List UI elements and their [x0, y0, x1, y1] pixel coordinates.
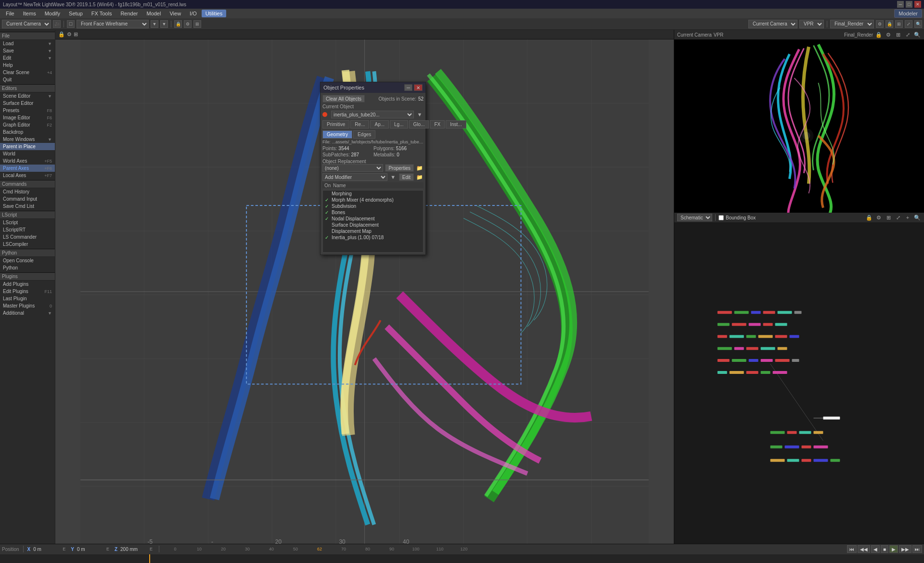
sidebar-ls-commander[interactable]: LS Commander — [0, 233, 55, 241]
render-viewport[interactable]: Current Camera VPR Final_Render 🔒 ⚙ ⊞ ⤢ … — [674, 30, 924, 213]
tab-fx[interactable]: FX — [430, 120, 445, 128]
schematic-select[interactable]: Schematic — [677, 214, 712, 221]
schematic-add-icon[interactable]: + — [904, 214, 911, 221]
sidebar-additional[interactable]: Additional ▼ — [0, 309, 55, 317]
sidebar-scene-editor[interactable]: Scene Editor ▼ — [0, 92, 55, 100]
sidebar-world[interactable]: World — [0, 150, 55, 157]
viewport-settings-btn[interactable]: ⚙ — [67, 31, 72, 38]
right-search-icon[interactable]: 🔍 — [914, 20, 922, 28]
modifier-row-surface-displacement[interactable]: Surface Displacement — [323, 222, 423, 228]
right-settings-icon[interactable]: ⚙ — [876, 20, 884, 28]
stop-btn[interactable]: ■ — [881, 545, 888, 553]
sidebar-add-plugins[interactable]: Add Plugins — [0, 281, 55, 288]
schematic-settings-icon[interactable]: ⚙ — [875, 214, 883, 221]
timeline-track-area[interactable] — [0, 554, 924, 563]
sidebar-save[interactable]: Save ▼ — [0, 47, 55, 54]
sidebar-edit[interactable]: Edit ▼ — [0, 54, 55, 62]
tab-geometry[interactable]: Geometry — [322, 130, 352, 139]
modifier-options-icon[interactable]: 📁 — [416, 173, 424, 181]
menu-setup[interactable]: Setup — [65, 10, 87, 17]
modifier-row-inertia-plus[interactable]: ✓ Inertia_plus (1.00) 07/18 — [323, 234, 423, 241]
sidebar-backdrop[interactable]: Backdrop — [0, 128, 55, 136]
modifier-row-nodal-displacement[interactable]: ✓ Nodal Displacement — [323, 216, 423, 222]
tab-lg[interactable]: Lg... — [390, 120, 408, 128]
render-search-icon[interactable]: 🔍 — [913, 31, 921, 38]
sidebar-parent-axes[interactable]: Parent Axes +F6 — [0, 165, 55, 172]
z-e-btn[interactable]: E — [147, 545, 155, 553]
jump-start-btn[interactable]: ⏮ — [847, 545, 857, 553]
sidebar-quit[interactable]: Quit — [0, 76, 55, 83]
sidebar-master-plugins[interactable]: Master Plugins 0 — [0, 302, 55, 309]
clear-all-objects-btn[interactable]: Clear All Objects — [322, 95, 365, 102]
vpr-select[interactable]: VPR — [799, 20, 824, 28]
tab-glo[interactable]: Glo... — [409, 120, 429, 128]
tab-re[interactable]: Re... — [350, 120, 369, 128]
object-select-arrow[interactable]: ▼ — [416, 111, 424, 118]
render-settings-icon[interactable]: ⚙ — [885, 31, 892, 38]
menu-fxtools[interactable]: FX Tools — [88, 10, 116, 17]
viewport-grid-btn[interactable]: ⊞ — [74, 31, 78, 38]
sidebar-clear-scene[interactable]: Clear Scene +4 — [0, 69, 55, 76]
grid-icon[interactable]: ⊞ — [193, 20, 201, 28]
maximize-btn[interactable]: □ — [906, 1, 912, 8]
modifier-row-morphing[interactable]: Morphing — [323, 191, 423, 197]
x-e-btn[interactable]: E — [60, 545, 68, 553]
render-select[interactable]: Final_Render — [830, 20, 874, 28]
sidebar-lscompiler[interactable]: LSCompiler — [0, 241, 55, 248]
menu-utilities[interactable]: Utilities — [202, 10, 226, 17]
dialog-close-btn[interactable]: ✕ — [414, 84, 423, 91]
tab-edges[interactable]: Edges — [353, 130, 375, 139]
sidebar-image-editor[interactable]: Image Editor F6 — [0, 114, 55, 121]
edit-modifier-btn[interactable]: Edit — [399, 173, 414, 181]
viewport-lock-icon[interactable]: 🔒 — [58, 31, 65, 38]
schematic-view-icon[interactable]: ⊞ — [885, 214, 892, 221]
sidebar-open-console[interactable]: Open Console — [0, 257, 55, 264]
camera-icon[interactable]: 🎥 — [53, 20, 61, 28]
right-expand-icon[interactable]: ⤢ — [905, 20, 912, 28]
render-grid-icon[interactable]: ⊞ — [894, 31, 902, 38]
sidebar-lscript[interactable]: LScript — [0, 219, 55, 226]
sidebar-lscript-rt[interactable]: LScript/RT — [0, 226, 55, 233]
schematic-search-icon[interactable]: 🔍 — [913, 214, 921, 221]
camera-select[interactable]: Current Camera — [2, 20, 51, 28]
modifier-row-displacement-map[interactable]: Displacement Map — [323, 228, 423, 234]
sidebar-save-cmd-list[interactable]: Save Cmd List — [0, 203, 55, 210]
schematic-viewport[interactable]: Schematic Bounding Box 🔒 ⚙ ⊞ ⤢ + 🔍 — [674, 213, 924, 544]
play-reverse-btn[interactable]: ◀ — [871, 545, 880, 553]
sidebar-presets[interactable]: Presets F8 — [0, 107, 55, 114]
schematic-expand-icon[interactable]: ⤢ — [894, 214, 902, 221]
add-modifier-arrow[interactable]: ▼ — [389, 173, 397, 181]
render-expand-icon[interactable]: ⤢ — [904, 31, 911, 38]
sidebar-edit-plugins[interactable]: Edit Plugins F11 — [0, 288, 55, 295]
sidebar-python[interactable]: Python — [0, 264, 55, 271]
menu-modify[interactable]: Modify — [41, 10, 64, 17]
tab-inst[interactable]: Inst... — [446, 120, 466, 128]
viewport-settings-icon[interactable]: ▼ — [151, 20, 158, 28]
modifier-row-subdivision[interactable]: ✓ Subdivision — [323, 203, 423, 209]
sidebar-more-windows[interactable]: More Windows ▼ — [0, 136, 55, 143]
modifier-list[interactable]: Morphing ✓ Morph Mixer (4 endomorphs) ✓ … — [322, 190, 424, 253]
sidebar-cmd-history[interactable]: Cmd History — [0, 188, 55, 195]
current-object-select[interactable]: inertia_plus_tube20... — [331, 111, 414, 118]
viewport-mode-select[interactable]: Front Face Wireframe — [77, 20, 149, 28]
obj-replacement-select[interactable]: (none) — [322, 164, 383, 172]
sidebar-help[interactable]: Help — [0, 62, 55, 69]
menu-file[interactable]: File — [2, 10, 18, 17]
sidebar-command-input[interactable]: Command Input — [0, 195, 55, 203]
sidebar-local-axes[interactable]: Local Axes +F7 — [0, 172, 55, 179]
close-btn[interactable]: ✕ — [914, 1, 921, 8]
sidebar-surface-editor[interactable]: Surface Editor — [0, 100, 55, 107]
prev-frame-btn[interactable]: ◀◀ — [858, 545, 870, 553]
sidebar-world-axes[interactable]: World Axes +F5 — [0, 157, 55, 165]
modifier-row-morph-mixer[interactable]: ✓ Morph Mixer (4 endomorphs) — [323, 197, 423, 203]
obj-replacement-folder-icon[interactable]: 📁 — [416, 164, 424, 172]
tab-primitive[interactable]: Primitive — [322, 120, 349, 128]
schematic-lock-icon[interactable]: 🔒 — [865, 214, 873, 221]
add-modifier-select[interactable]: Add Modifier — [322, 173, 387, 181]
dialog-minimize-btn[interactable]: ─ — [404, 84, 412, 91]
minimize-btn[interactable]: ─ — [897, 1, 904, 8]
viewport-options-icon[interactable]: ▼ — [160, 20, 168, 28]
next-frame-btn[interactable]: ▶▶ — [899, 545, 911, 553]
sidebar-parent-in-place[interactable]: Parent in Place — [0, 143, 55, 150]
menu-items[interactable]: Items — [19, 10, 40, 17]
